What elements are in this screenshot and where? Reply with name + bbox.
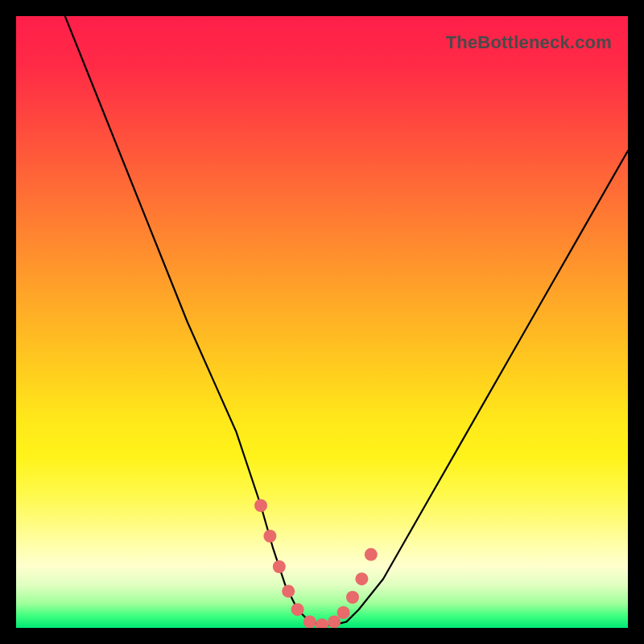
plot-area: TheBottleneck.com (16, 16, 628, 628)
highlight-dot (303, 615, 316, 628)
highlight-dot (273, 560, 286, 573)
chart-frame: TheBottleneck.com (0, 0, 644, 644)
highlight-dot (316, 618, 328, 628)
highlight-dot (346, 591, 359, 604)
highlight-dot (254, 499, 267, 512)
highlight-dot (355, 572, 368, 585)
curve-layer (16, 16, 628, 628)
highlight-dot (365, 548, 378, 561)
highlight-dot (282, 584, 295, 597)
highlight-dot (328, 615, 341, 628)
highlight-dot (263, 530, 276, 543)
bottleneck-curve (65, 16, 628, 625)
highlight-dot (337, 606, 350, 619)
highlight-dot (291, 603, 304, 616)
